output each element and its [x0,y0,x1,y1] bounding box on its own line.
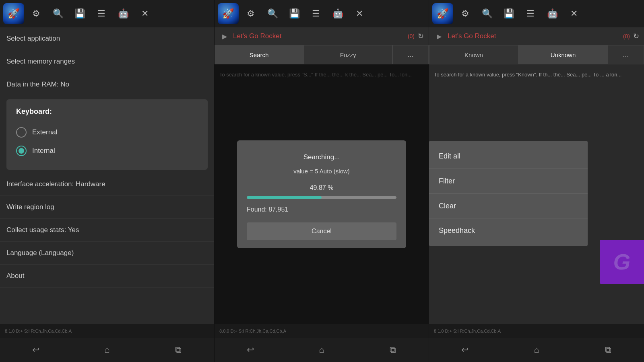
select-application-item[interactable]: Select application [0,27,214,50]
status-text-3: 8.1.0 D:+ S:I R:Ch,Jh,Ca,Cd,Cb,A [434,329,501,333]
recents-button-3[interactable]: ⧉ [598,342,618,358]
write-region-log-item[interactable]: Write region log [0,196,214,219]
settings-icon-3[interactable]: ⚙ [456,4,475,23]
tab-known[interactable]: Known [429,45,518,64]
results-main-content: To search for a known value, press "Know… [429,64,644,324]
menu-icon[interactable]: ☰ [92,4,111,23]
searching-label: Searching... [247,152,396,162]
settings-icon[interactable]: ⚙ [27,4,46,23]
data-in-ram-item[interactable]: Data in the RAM: No [0,73,214,96]
search-main-content: To search for a known value, press "S...… [215,64,429,324]
progress-bar-fill [247,196,322,199]
play-icon-3[interactable]: ▶ [434,31,444,41]
toolbar-3: 🚀 ⚙ 🔍 💾 ☰ 🤖 ✕ [429,0,644,27]
progress-bar-background [247,196,396,199]
android-icon[interactable]: 🤖 [114,4,133,23]
refresh-icon-2[interactable]: ↻ [418,32,424,41]
language-item[interactable]: Language (Language) [0,242,214,265]
search-dialog: Searching... value = 5 Auto (slow) 49.87… [237,140,406,248]
refresh-icon-3[interactable]: ↻ [633,32,639,41]
home-button-2[interactable]: ⌂ [312,342,332,358]
android-icon-2[interactable]: 🤖 [328,4,347,23]
context-menu: Edit all Filter Clear Speedhack [429,141,588,246]
panel-results: 🚀 ⚙ 🔍 💾 ☰ 🤖 ✕ ▶ Let's Go Rocket (0) ↻ Kn… [429,0,644,362]
context-edit-all[interactable]: Edit all [429,144,588,169]
keyboard-dialog-title: Keyboard: [16,107,198,116]
internal-radio-option[interactable]: Internal [16,142,198,160]
recents-button-2[interactable]: ⧉ [383,342,403,358]
save-icon-3[interactable]: 💾 [499,4,518,23]
app-title-bar-2: ▶ Let's Go Rocket (0) ↻ [215,27,429,45]
back-button-2[interactable]: ↩ [240,342,260,358]
nav-bar-3: ↩ ⌂ ⧉ [429,338,644,362]
context-filter[interactable]: Filter [429,169,588,194]
play-icon-2[interactable]: ▶ [219,31,230,41]
tab-bar-2: Search Fuzzy ... [215,45,429,64]
counter-badge-2: (0) [408,33,415,39]
android-icon-3[interactable]: 🤖 [543,4,562,23]
app-title-bar-3: ▶ Let's Go Rocket (0) ↻ [429,27,644,45]
internal-radio-button[interactable] [16,146,27,156]
internal-label: Internal [32,147,55,155]
close-icon[interactable]: ✕ [135,4,155,23]
context-speedhack[interactable]: Speedhack [429,218,588,243]
app-logo-icon[interactable]: 🚀 [3,3,24,24]
menu-icon-3[interactable]: ☰ [521,4,540,23]
nav-bar-2: ↩ ⌂ ⧉ [215,338,429,362]
external-radio-option[interactable]: External [16,123,198,142]
status-text-2: 8.0.0 D:+ S:I R:Ch,Jh,Ca,Cd,Cb,A [219,329,286,333]
search-icon[interactable]: 🔍 [48,4,68,23]
tab-more-3[interactable]: ... [608,45,644,64]
keyboard-dialog: Keyboard: External Internal [6,99,208,170]
back-button-3[interactable]: ↩ [455,342,475,358]
tab-fuzzy[interactable]: Fuzzy [303,45,392,64]
tab-search[interactable]: Search [215,45,303,64]
status-bar-3: 8.1.0 D:+ S:I R:Ch,Jh,Ca,Cd,Cb,A [429,324,644,338]
app-title-3: Let's Go Rocket [448,32,620,40]
context-clear[interactable]: Clear [429,194,588,219]
gg-logo-left: G [600,240,644,284]
found-label: Found: 87,951 [247,204,396,215]
settings-icon-2[interactable]: ⚙ [241,4,260,23]
tab-more-2[interactable]: ... [392,45,429,64]
close-icon-2[interactable]: ✕ [350,4,369,23]
menu-icon-2[interactable]: ☰ [306,4,326,23]
about-item[interactable]: About [0,265,214,288]
app-title-2: Let's Go Rocket [233,32,405,40]
search-icon-3[interactable]: 🔍 [477,4,497,23]
tab-bar-3: Known Unknown ... [429,45,644,64]
gg-watermark: G G [600,240,644,284]
close-icon-3[interactable]: ✕ [564,4,584,23]
status-text-1: 8.1.0 D:+ S:I R:Ch,Jh,Ca,Cd,Cb,A [5,329,72,333]
home-button-1[interactable]: ⌂ [97,342,117,358]
gg-logo-left-letter: G [613,244,631,280]
value-label: value = 5 Auto (slow) [247,167,396,176]
panel-search: 🚀 ⚙ 🔍 💾 ☰ 🤖 ✕ ▶ Let's Go Rocket (0) ↻ Se… [215,0,429,362]
results-description: To search for a known value, press "Know… [434,70,639,80]
external-radio-button[interactable] [16,127,27,138]
app-logo-icon-3[interactable]: 🚀 [432,3,453,24]
back-button-1[interactable]: ↩ [26,342,46,358]
counter-badge-3: (0) [623,33,630,39]
status-bar-2: 8.0.0 D:+ S:I R:Ch,Jh,Ca,Cd,Cb,A [215,324,429,338]
interface-acceleration-item[interactable]: Interface acceleration: Hardware [0,173,214,196]
search-dialog-overlay: Searching... value = 5 Auto (slow) 49.87… [215,64,429,324]
toolbar-2: 🚀 ⚙ 🔍 💾 ☰ 🤖 ✕ [215,0,429,27]
cancel-button[interactable]: Cancel [247,222,396,240]
recents-button-1[interactable]: ⧉ [168,342,188,358]
panel-settings: 🚀 ⚙ 🔍 💾 ☰ 🤖 ✕ Select application Select … [0,0,215,362]
status-bar-1: 8.1.0 D:+ S:I R:Ch,Jh,Ca,Cd,Cb,A [0,324,214,338]
app-logo-icon-2[interactable]: 🚀 [218,3,239,24]
home-button-3[interactable]: ⌂ [526,342,547,358]
tab-unknown[interactable]: Unknown [518,45,608,64]
collect-usage-stats-item[interactable]: Collect usage stats: Yes [0,219,214,242]
search-icon-2[interactable]: 🔍 [263,4,282,23]
select-memory-ranges-item[interactable]: Select memory ranges [0,50,214,73]
save-icon[interactable]: 💾 [70,4,89,23]
toolbar-1: 🚀 ⚙ 🔍 💾 ☰ 🤖 ✕ [0,0,214,27]
nav-bar-1: ↩ ⌂ ⧉ [0,338,214,362]
save-icon-2[interactable]: 💾 [285,4,304,23]
percent-label: 49.87 % [247,183,396,193]
external-label: External [32,128,57,136]
